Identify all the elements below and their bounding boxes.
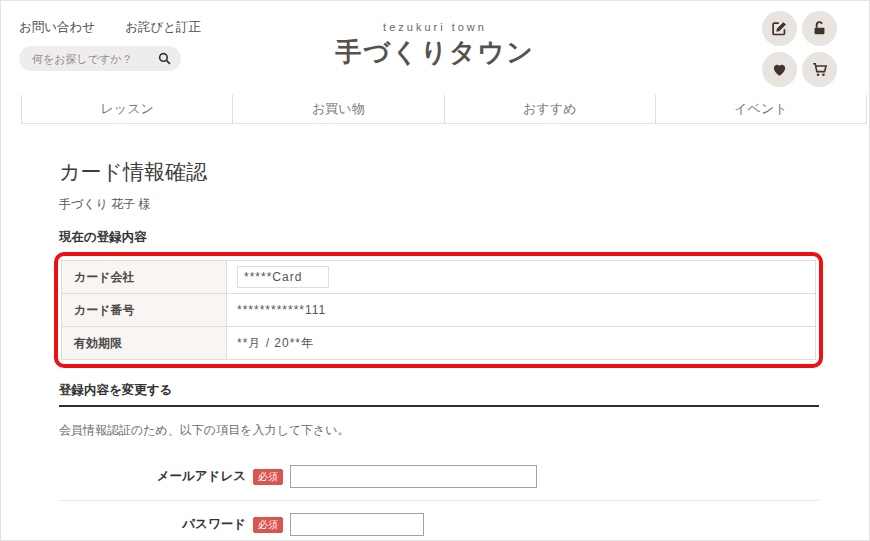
header-links: お問い合わせ お詫びと訂正 (19, 19, 201, 36)
email-field[interactable] (290, 465, 537, 488)
page-title: カード情報確認 (59, 158, 819, 186)
edit-button[interactable] (762, 11, 797, 46)
nav-item-shopping[interactable]: お買い物 (232, 95, 443, 123)
card-number-value: ************111 (227, 294, 816, 327)
unlock-icon (811, 20, 828, 37)
password-row: パスワード 必須 (59, 500, 819, 541)
main-nav: レッスン お買い物 おすすめ イベント (21, 95, 867, 124)
nav-item-recommended[interactable]: おすすめ (444, 95, 655, 123)
table-row: カード会社 *****Card (62, 261, 816, 294)
expiry-value: **月 / 20**年 (227, 327, 816, 360)
change-registration-label: 登録内容を変更する (59, 382, 819, 407)
table-row: 有効期限 **月 / 20**年 (62, 327, 816, 360)
header-left: お問い合わせ お詫びと訂正 (19, 19, 201, 71)
card-company-value: *****Card (227, 261, 816, 294)
cart-icon (811, 61, 828, 78)
table-row: カード番号 ************111 (62, 294, 816, 327)
required-badge: 必須 (253, 469, 283, 485)
instruction-text: 会員情報認証のため、以下の項目を入力して下さい。 (59, 422, 819, 439)
login-button[interactable] (802, 11, 837, 46)
expiry-label: 有効期限 (62, 327, 227, 360)
email-row: メールアドレス 必須 (59, 453, 819, 500)
email-label: メールアドレス (157, 468, 246, 485)
annotation-highlight-box: カード会社 *****Card カード番号 ************111 有効… (54, 252, 823, 368)
header: お問い合わせ お詫びと訂正 tezukuri town 手づくりタウン (1, 1, 869, 95)
card-company-label: カード会社 (62, 261, 227, 294)
auth-form: メールアドレス 必須 パスワード 必須 (59, 453, 819, 541)
card-info-table: カード会社 *****Card カード番号 ************111 有効… (61, 260, 816, 360)
search-icon[interactable] (158, 52, 171, 65)
main-content: カード情報確認 手づくり 花子 様 現在の登録内容 カード会社 *****Car… (1, 124, 869, 541)
user-name: 手づくり 花子 様 (59, 196, 819, 213)
favorites-button[interactable] (762, 52, 797, 87)
edit-icon (771, 20, 788, 37)
nav-item-events[interactable]: イベント (655, 95, 867, 123)
search-box[interactable] (19, 46, 181, 71)
header-icon-buttons (762, 11, 837, 87)
page: お問い合わせ お詫びと訂正 tezukuri town 手づくりタウン (0, 0, 870, 541)
corrections-link[interactable]: お詫びと訂正 (125, 19, 201, 36)
nav-item-lessons[interactable]: レッスン (21, 95, 232, 123)
current-registration-label: 現在の登録内容 (59, 229, 819, 246)
search-input[interactable] (32, 53, 158, 65)
card-number-label: カード番号 (62, 294, 227, 327)
contact-link[interactable]: お問い合わせ (19, 19, 95, 36)
password-label: パスワード (182, 516, 246, 533)
cart-button[interactable] (802, 52, 837, 87)
required-badge: 必須 (253, 517, 283, 533)
password-field[interactable] (290, 513, 424, 536)
heart-icon (771, 61, 788, 78)
